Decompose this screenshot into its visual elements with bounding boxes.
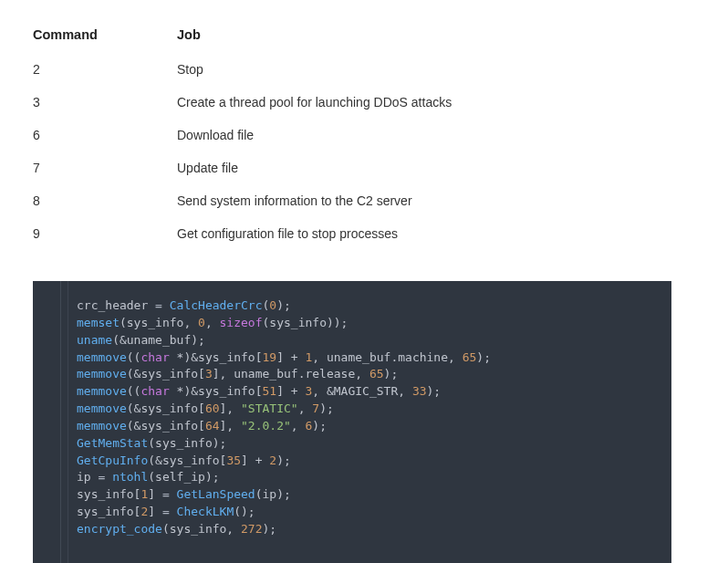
code-line: memmove((char *)&sys_info[51] + 3, &MAGI…: [77, 383, 657, 401]
code-line: memset(sys_info, 0, sizeof(sys_info));: [77, 315, 657, 332]
code-line: encrypt_code(sys_info, 272);: [77, 521, 657, 538]
code-line: memmove((char *)&sys_info[19] + 1, uname…: [77, 349, 657, 367]
table-row: 3 Create a thread pool for launching DDo…: [33, 86, 695, 119]
table-header-command: Command: [33, 27, 177, 42]
command-cell: 9: [33, 226, 177, 241]
table-row: 6 Download file: [33, 119, 695, 151]
table-row: 8 Send system information to the C2 serv…: [33, 184, 695, 217]
code-line: sys_info[2] = CheckLKM();: [77, 504, 657, 521]
table-row: 7 Update file: [33, 151, 695, 184]
code-line: sys_info[1] = GetLanSpeed(ip);: [77, 486, 657, 504]
code-line: memmove(&sys_info[64], "2.0.2", 6);: [77, 418, 657, 435]
job-cell: Get configuration file to stop processes: [177, 226, 695, 241]
table-header-row: Command Job: [33, 18, 695, 53]
code-line: ip = ntohl(self_ip);: [77, 469, 657, 486]
command-table: Command Job 2 Stop 3 Create a thread poo…: [33, 18, 695, 250]
job-cell: Create a thread pool for launching DDoS …: [177, 95, 695, 109]
table-row: 9 Get configuration file to stop process…: [33, 217, 695, 250]
job-cell: Download file: [177, 128, 695, 142]
job-cell: Update file: [177, 161, 695, 175]
code-block: crc_header = CalcHeaderCrc(0);memset(sys…: [33, 281, 671, 563]
code-line: uname(&uname_buf);: [77, 332, 657, 349]
job-cell: Send system information to the C2 server: [177, 193, 695, 208]
job-cell: Stop: [177, 62, 695, 77]
command-cell: 2: [33, 62, 177, 77]
table-header-job: Job: [177, 27, 695, 42]
code-line: memmove(&sys_info[3], uname_buf.release,…: [77, 366, 657, 383]
command-cell: 8: [33, 193, 177, 208]
command-cell: 7: [33, 161, 177, 175]
code-line: memmove(&sys_info[60], "STATIC", 7);: [77, 401, 657, 418]
code-line: crc_header = CalcHeaderCrc(0);: [77, 297, 657, 315]
code-line: GetCpuInfo(&sys_info[35] + 2);: [77, 453, 657, 470]
table-row: 2 Stop: [33, 53, 695, 86]
command-cell: 3: [33, 95, 177, 109]
command-cell: 6: [33, 128, 177, 142]
code-line: GetMemStat(sys_info);: [77, 435, 657, 453]
